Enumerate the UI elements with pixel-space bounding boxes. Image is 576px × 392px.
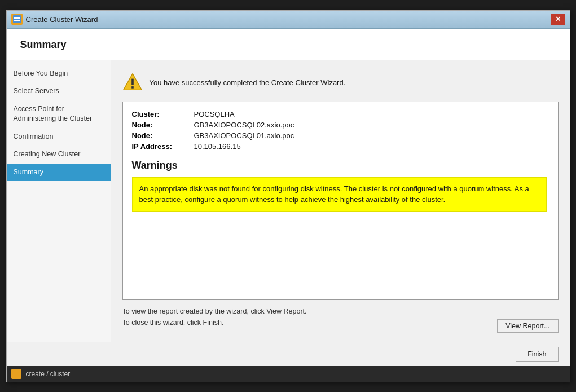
content-area: Before You Begin Select Servers Access P…	[7, 60, 570, 342]
main-content: You have successfully completed the Crea…	[111, 60, 570, 342]
warning-box: An appropriate disk was not found for co…	[132, 177, 547, 212]
footer-line2: To close this wizard, click Finish.	[122, 317, 307, 328]
footer-text: To view the report created by the wizard…	[122, 306, 307, 328]
detail-row-cluster: Cluster: POCSQLHA	[132, 110, 547, 118]
info-scroll-area[interactable]: Cluster: POCSQLHA Node: GB3AXIOPOCSQL02.…	[123, 102, 558, 299]
warning-icon	[122, 72, 143, 94]
sidebar-item-before-you-begin[interactable]: Before You Begin	[7, 65, 111, 83]
detail-row-node2: Node: GB3AXIOPOCSQL01.axio.poc	[132, 131, 547, 140]
taskbar: create / cluster	[7, 366, 570, 382]
svg-rect-5	[131, 86, 134, 89]
footer-section: To view the report created by the wizard…	[122, 306, 559, 333]
title-bar-left: Create Cluster Wizard	[11, 14, 98, 25]
info-box: Cluster: POCSQLHA Node: GB3AXIOPOCSQL02.…	[122, 102, 559, 300]
cluster-value: POCSQLHA	[194, 110, 235, 118]
close-button[interactable]: ✕	[551, 14, 565, 25]
sidebar-item-access-point[interactable]: Access Point for Administering the Clust…	[7, 100, 111, 128]
sidebar: Before You Begin Select Servers Access P…	[7, 60, 111, 342]
page-title: Summary	[20, 39, 556, 51]
svg-rect-4	[131, 78, 134, 85]
svg-rect-0	[13, 15, 21, 23]
taskbar-icon	[11, 369, 21, 379]
success-message: You have successfully completed the Crea…	[150, 78, 346, 87]
app-icon	[11, 14, 23, 25]
taskbar-text: create / cluster	[26, 370, 71, 378]
cluster-details: Cluster: POCSQLHA Node: GB3AXIOPOCSQL02.…	[132, 110, 547, 151]
svg-rect-1	[14, 17, 20, 19]
window-title: Create Cluster Wizard	[26, 15, 98, 24]
node1-value: GB3AXIOPOCSQL02.axio.poc	[194, 121, 294, 129]
node2-label: Node:	[132, 131, 194, 140]
detail-row-ip: IP Address: 10.105.166.15	[132, 142, 547, 151]
wizard-window: Create Cluster Wizard ✕ Summary Before Y…	[6, 10, 570, 382]
success-banner: You have successfully completed the Crea…	[122, 72, 559, 94]
warnings-title: Warnings	[132, 160, 547, 171]
sidebar-item-confirmation[interactable]: Confirmation	[7, 128, 111, 146]
cluster-label: Cluster:	[132, 110, 194, 118]
node2-value: GB3AXIOPOCSQL01.axio.poc	[194, 131, 294, 140]
finish-button[interactable]: Finish	[516, 347, 558, 362]
view-report-button[interactable]: View Report...	[497, 319, 558, 333]
header-area: Summary	[7, 29, 570, 60]
sidebar-item-select-servers[interactable]: Select Servers	[7, 82, 111, 100]
sidebar-item-summary[interactable]: Summary	[7, 164, 111, 182]
node1-label: Node:	[132, 121, 194, 129]
ip-value: 10.105.166.15	[194, 142, 241, 151]
svg-rect-2	[14, 20, 20, 21]
footer-inner: To view the report created by the wizard…	[122, 306, 559, 333]
detail-row-node1: Node: GB3AXIOPOCSQL02.axio.poc	[132, 121, 547, 129]
action-bar: Finish	[7, 342, 570, 366]
ip-label: IP Address:	[132, 142, 194, 151]
title-bar: Create Cluster Wizard ✕	[7, 11, 570, 29]
sidebar-item-creating-new-cluster[interactable]: Creating New Cluster	[7, 146, 111, 164]
footer-line1: To view the report created by the wizard…	[122, 306, 307, 317]
